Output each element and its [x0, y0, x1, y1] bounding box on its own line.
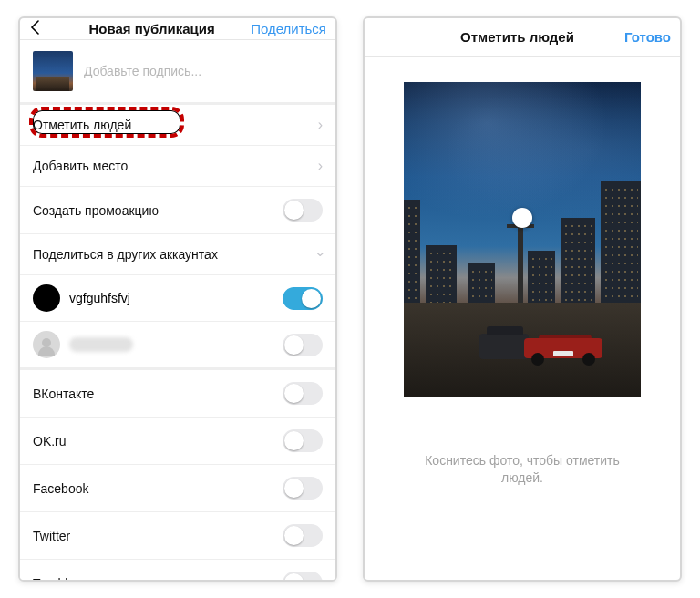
account-row-secondary[interactable] — [20, 322, 335, 368]
row-label: ВКонтакте — [33, 387, 283, 401]
post-thumbnail[interactable] — [33, 51, 73, 91]
row-label: Twitter — [33, 529, 283, 543]
page-title: Новая публикация — [53, 21, 251, 36]
hint-text: Коснитесь фото, чтобы отметить людей. — [417, 452, 627, 487]
tag-people-row[interactable]: Отметить людей › — [20, 105, 335, 146]
header: Новая публикация Поделиться — [20, 18, 335, 40]
account-toggle[interactable] — [283, 334, 323, 356]
add-location-row[interactable]: Добавить место › — [20, 146, 335, 187]
taggable-photo[interactable] — [404, 82, 641, 397]
back-button[interactable] — [29, 18, 53, 39]
tap-indicator-icon — [512, 208, 532, 228]
social-tumblr-row[interactable]: Tumblr — [20, 560, 335, 582]
header: Отметить людей Готово — [365, 18, 680, 57]
avatar-placeholder-icon — [33, 331, 60, 358]
account-row-primary[interactable]: vgfguhfsfvj — [20, 275, 335, 322]
chevron-left-icon — [29, 20, 42, 35]
social-toggle[interactable] — [283, 477, 323, 500]
account-username-hidden — [69, 337, 133, 352]
row-label: Tumblr — [33, 576, 283, 583]
create-promo-row[interactable]: Создать промоакцию — [20, 187, 335, 234]
row-label: Добавить место — [33, 159, 318, 173]
caption-row[interactable]: Добавьте подпись... — [20, 40, 335, 103]
social-twitter-row[interactable]: Twitter — [20, 512, 335, 560]
row-label: Facebook — [33, 481, 283, 496]
social-toggle[interactable] — [283, 524, 323, 547]
social-vk-row[interactable]: ВКонтакте — [20, 370, 335, 418]
account-toggle[interactable] — [283, 287, 323, 310]
social-toggle[interactable] — [283, 382, 323, 405]
new-post-screen: Новая публикация Поделиться Добавьте под… — [18, 16, 337, 582]
chevron-down-icon: › — [312, 252, 328, 256]
share-other-accounts-row[interactable]: Поделиться в других аккаунтах › — [20, 234, 335, 275]
row-label: Создать промоакцию — [33, 203, 283, 218]
done-button[interactable]: Готово — [624, 29, 671, 45]
row-label: OK.ru — [33, 434, 283, 448]
caption-input[interactable]: Добавьте подпись... — [84, 64, 201, 78]
chevron-right-icon: › — [318, 158, 323, 174]
row-label: Отметить людей — [33, 118, 318, 132]
page-title: Отметить людей — [410, 29, 624, 45]
promo-toggle[interactable] — [283, 199, 323, 222]
account-username: vgfguhfsfvj — [69, 291, 273, 305]
share-button[interactable]: Поделиться — [251, 21, 326, 36]
avatar — [33, 284, 60, 312]
chevron-right-icon: › — [318, 117, 323, 133]
tag-people-screen: Отметить людей Готово Коснитесь фото, чт… — [363, 16, 682, 582]
social-facebook-row[interactable]: Facebook — [20, 465, 335, 512]
social-okru-row[interactable]: OK.ru — [20, 418, 335, 465]
row-label: Поделиться в других аккаунтах — [33, 247, 318, 262]
social-toggle[interactable] — [283, 429, 323, 452]
social-toggle[interactable] — [283, 572, 323, 582]
tag-body: Коснитесь фото, чтобы отметить людей. — [365, 57, 680, 580]
